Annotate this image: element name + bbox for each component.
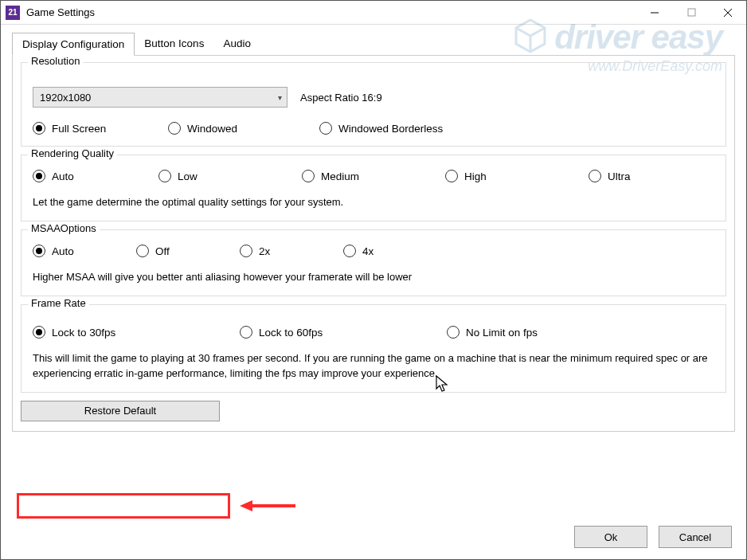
radio-label: Lock to 30fps xyxy=(52,327,115,339)
window-buttons xyxy=(636,1,746,25)
radio-label: Auto xyxy=(52,245,74,257)
annotation-arrow xyxy=(240,498,295,514)
svg-rect-1 xyxy=(688,9,695,16)
radio-label: Off xyxy=(155,245,170,257)
frame-rate-hint: This will limit the game to playing at 3… xyxy=(33,351,714,380)
frame-rate-group: Frame Rate Lock to 30fps Lock to 60fps N… xyxy=(21,304,726,392)
tab-audio[interactable]: Audio xyxy=(213,33,260,56)
radio-msaa-4x[interactable]: 4x xyxy=(343,245,447,257)
minimize-button[interactable] xyxy=(636,1,673,25)
restore-default-button[interactable]: Restore Default xyxy=(21,401,220,421)
titlebar: 21 Game Settings xyxy=(1,1,746,25)
radio-label: Full Screen xyxy=(52,123,106,135)
radio-label: Ultra xyxy=(608,170,631,182)
rendering-quality-group: Rendering Quality Auto Low Medium High U… xyxy=(21,155,726,221)
resolution-group: Resolution 1920x1080 ▾ Aspect Ratio 16:9… xyxy=(21,62,726,147)
radio-quality-medium[interactable]: Medium xyxy=(302,170,445,182)
window-title: Game Settings xyxy=(26,6,95,18)
radio-label: Windowed xyxy=(187,123,237,135)
radio-label: High xyxy=(464,170,487,182)
window-mode-radios: Full Screen Windowed Windowed Borderless xyxy=(33,122,714,135)
radio-lock-30fps[interactable]: Lock to 30fps xyxy=(33,326,240,339)
radio-icon xyxy=(136,245,149,257)
radio-quality-low[interactable]: Low xyxy=(158,170,302,182)
frame-rate-radios: Lock to 30fps Lock to 60fps No Limit on … xyxy=(33,326,714,339)
radio-msaa-off[interactable]: Off xyxy=(136,245,240,257)
radio-quality-ultra[interactable]: Ultra xyxy=(589,170,668,182)
radio-msaa-auto[interactable]: Auto xyxy=(33,245,136,257)
app-icon: 21 xyxy=(6,6,20,20)
radio-icon xyxy=(33,122,45,135)
cancel-button[interactable]: Cancel xyxy=(659,526,732,548)
radio-icon xyxy=(33,170,45,182)
radio-label: 2x xyxy=(259,245,270,257)
resolution-selected-value: 1920x1080 xyxy=(40,92,91,104)
radio-no-limit-fps[interactable]: No Limit on fps xyxy=(447,326,654,339)
rendering-quality-radios: Auto Low Medium High Ultra xyxy=(33,170,714,182)
radio-label: Auto xyxy=(52,170,74,182)
radio-icon xyxy=(158,170,171,182)
chevron-down-icon: ▾ xyxy=(278,93,282,102)
maximize-button[interactable] xyxy=(673,1,710,25)
msaa-radios: Auto Off 2x 4x xyxy=(33,245,714,257)
radio-label: Lock to 60fps xyxy=(259,327,323,339)
radio-full-screen[interactable]: Full Screen xyxy=(33,122,168,135)
radio-quality-auto[interactable]: Auto xyxy=(33,170,158,182)
aspect-ratio-label: Aspect Ratio 16:9 xyxy=(300,92,382,104)
radio-icon xyxy=(240,245,252,257)
radio-msaa-2x[interactable]: 2x xyxy=(240,245,343,257)
resolution-legend: Resolution xyxy=(28,55,83,67)
tabs: Display Configuration Button Icons Audio xyxy=(1,25,746,56)
radio-icon xyxy=(302,170,315,182)
radio-icon xyxy=(33,245,45,257)
radio-label: No Limit on fps xyxy=(466,327,538,339)
svg-marker-5 xyxy=(240,500,252,511)
radio-lock-60fps[interactable]: Lock to 60fps xyxy=(240,326,447,339)
radio-icon xyxy=(343,245,356,257)
rendering-legend: Rendering Quality xyxy=(28,147,117,159)
frame-rate-legend: Frame Rate xyxy=(28,297,89,309)
ok-button[interactable]: Ok xyxy=(574,526,647,548)
radio-label: Low xyxy=(178,170,198,182)
radio-windowed[interactable]: Windowed xyxy=(168,122,319,135)
msaa-group: MSAAOptions Auto Off 2x 4x Higher MSAA w… xyxy=(21,229,726,296)
radio-icon xyxy=(589,170,601,182)
resolution-select[interactable]: 1920x1080 ▾ xyxy=(33,87,287,108)
dialog-footer: Ok Cancel xyxy=(574,526,732,548)
radio-icon xyxy=(168,122,181,135)
msaa-legend: MSAAOptions xyxy=(28,222,100,234)
radio-label: Windowed Borderless xyxy=(338,123,443,135)
radio-icon xyxy=(319,122,332,135)
msaa-hint: Higher MSAA will give you better anti al… xyxy=(33,270,714,284)
close-button[interactable] xyxy=(710,1,746,25)
radio-quality-high[interactable]: High xyxy=(445,170,589,182)
radio-icon xyxy=(447,326,460,339)
radio-label: 4x xyxy=(362,245,374,257)
restore-default-row: Restore Default xyxy=(21,401,726,421)
display-configuration-panel: Resolution 1920x1080 ▾ Aspect Ratio 16:9… xyxy=(12,55,735,432)
radio-icon xyxy=(445,170,458,182)
radio-icon xyxy=(33,326,45,339)
rendering-hint: Let the game determine the optimal quali… xyxy=(33,195,714,210)
radio-icon xyxy=(240,326,252,339)
tab-display-configuration[interactable]: Display Configuration xyxy=(12,33,135,56)
annotation-highlight xyxy=(17,493,230,519)
tab-button-icons[interactable]: Button Icons xyxy=(135,33,213,56)
radio-label: Medium xyxy=(321,170,359,182)
radio-windowed-borderless[interactable]: Windowed Borderless xyxy=(319,122,479,135)
